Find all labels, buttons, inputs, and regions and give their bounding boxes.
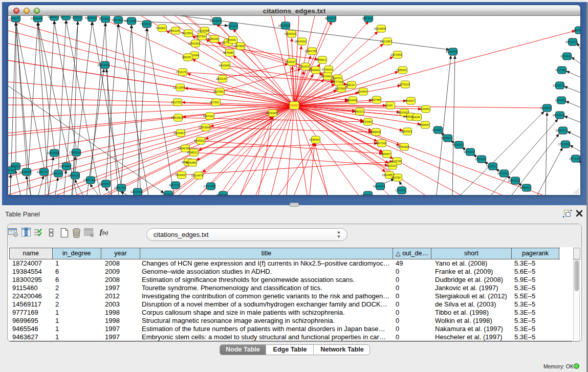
svg-text:20691406: 20691406	[30, 17, 42, 20]
svg-text:9115460: 9115460	[419, 107, 429, 111]
svg-text:1527602: 1527602	[99, 17, 109, 20]
svg-text:18907249: 18907249	[374, 142, 386, 145]
svg-text:9699695: 9699695	[419, 123, 429, 126]
svg-text:417006: 417006	[210, 101, 219, 104]
svg-text:7386322: 7386322	[353, 110, 363, 113]
svg-text:18724007: 18724007	[287, 104, 299, 107]
svg-text:12353594: 12353594	[198, 126, 210, 129]
svg-text:20053346: 20053346	[97, 63, 109, 67]
svg-text:19218506: 19218506	[278, 24, 290, 27]
svg-text:7955812: 7955812	[316, 58, 326, 61]
svg-text:10543362: 10543362	[188, 42, 200, 45]
svg-text:16033809: 16033809	[209, 19, 221, 23]
svg-text:8660128: 8660128	[169, 29, 179, 32]
svg-text:7357224: 7357224	[227, 25, 237, 28]
svg-text:6497508: 6497508	[335, 87, 345, 90]
svg-text:10046786: 10046786	[178, 147, 189, 150]
svg-text:18300295: 18300295	[265, 112, 277, 115]
svg-text:8878332: 8878332	[194, 139, 204, 142]
svg-text:10807487: 10807487	[369, 98, 381, 101]
svg-text:16154838: 16154838	[374, 27, 385, 30]
svg-text:9457771: 9457771	[169, 184, 179, 187]
svg-text:9427552: 9427552	[213, 90, 224, 93]
svg-text:9242848: 9242848	[219, 64, 229, 67]
svg-text:7625402: 7625402	[175, 173, 185, 177]
svg-text:7463822: 7463822	[156, 27, 166, 30]
svg-text:1821022: 1821022	[321, 75, 331, 78]
svg-text:1010755: 1010755	[171, 101, 181, 104]
svg-text:12213369: 12213369	[172, 86, 184, 89]
svg-text:154044: 154044	[411, 116, 420, 119]
svg-text:1292346: 1292346	[162, 193, 172, 195]
svg-text:8875685: 8875685	[223, 51, 233, 54]
svg-text:9684067: 9684067	[380, 152, 390, 156]
svg-text:10973493: 10973493	[390, 53, 402, 56]
svg-text:8813054: 8813054	[325, 17, 335, 20]
svg-text:16648784: 16648784	[445, 50, 457, 53]
svg-text:18640910: 18640910	[294, 40, 306, 43]
svg-text:154546: 154546	[227, 38, 235, 41]
svg-text:1733426: 1733426	[395, 189, 405, 192]
svg-text:7485063: 7485063	[396, 69, 406, 72]
svg-text:2935114: 2935114	[475, 158, 485, 161]
svg-text:10719185: 10719185	[124, 19, 136, 23]
svg-text:12156829: 12156829	[19, 170, 31, 173]
svg-text:17359924: 17359924	[69, 151, 80, 154]
svg-text:9329946: 9329946	[560, 55, 571, 58]
svg-text:16210643: 16210643	[552, 114, 564, 117]
svg-text:1167534: 1167534	[569, 157, 579, 160]
svg-text:10688609: 10688609	[368, 130, 380, 134]
svg-text:14325419: 14325419	[284, 32, 296, 35]
svg-text:852254: 852254	[391, 176, 400, 179]
svg-text:8912954: 8912954	[182, 32, 192, 35]
svg-text:12213967: 12213967	[380, 40, 391, 43]
svg-text:10958107: 10958107	[98, 182, 110, 185]
svg-text:989035: 989035	[182, 56, 190, 59]
svg-text:1938454: 1938454	[309, 138, 319, 141]
svg-text:6466160: 6466160	[112, 18, 122, 21]
svg-text:1322037: 1322037	[285, 60, 295, 63]
svg-text:111253: 111253	[574, 29, 580, 32]
svg-text:3915184: 3915184	[8, 169, 15, 172]
svg-text:5938923: 5938923	[441, 137, 451, 140]
svg-text:23226058: 23226058	[197, 29, 209, 32]
svg-text:1145191: 1145191	[52, 172, 62, 175]
svg-text:746216: 746216	[345, 83, 354, 86]
svg-text:8498222: 8498222	[187, 151, 198, 154]
svg-text:16961758: 16961758	[304, 50, 316, 53]
svg-text:2803144: 2803144	[216, 77, 226, 80]
svg-text:1136141: 1136141	[361, 193, 372, 195]
svg-text:1085532: 1085532	[48, 16, 58, 18]
svg-text:1362615: 1362615	[299, 65, 309, 68]
svg-text:1615132: 1615132	[386, 164, 396, 167]
svg-text:15692971: 15692971	[555, 129, 567, 132]
svg-text:8267110: 8267110	[203, 115, 213, 118]
svg-text:17957253: 17957253	[83, 179, 95, 182]
svg-text:15720407: 15720407	[360, 120, 372, 123]
svg-text:19166827: 19166827	[173, 132, 185, 135]
svg-text:9515440: 9515440	[216, 193, 227, 195]
svg-text:9474444: 9474444	[464, 150, 474, 154]
svg-text:9099489: 9099489	[186, 161, 196, 164]
svg-text:1990444: 1990444	[309, 69, 319, 72]
svg-text:144095: 144095	[432, 128, 441, 132]
svg-text:19777169: 19777169	[331, 80, 343, 83]
svg-text:19654925: 19654925	[170, 116, 182, 119]
svg-text:10854122: 10854122	[508, 179, 519, 182]
svg-text:1405572: 1405572	[9, 17, 19, 20]
svg-text:1244415: 1244415	[555, 99, 565, 102]
svg-text:9245652: 9245652	[520, 186, 530, 189]
svg-text:12093872: 12093872	[552, 84, 564, 87]
svg-text:10653267: 10653267	[84, 16, 96, 19]
svg-text:8186328: 8186328	[208, 37, 218, 40]
svg-text:10975887: 10975887	[59, 165, 71, 168]
svg-text:12505135: 12505135	[68, 174, 79, 177]
svg-text:9327506: 9327506	[195, 35, 206, 38]
svg-text:16914479: 16914479	[191, 174, 203, 177]
svg-text:20364436: 20364436	[345, 99, 357, 102]
svg-text:12042737: 12042737	[36, 170, 48, 173]
svg-text:7632621: 7632621	[486, 165, 496, 168]
svg-text:2887682: 2887682	[362, 17, 372, 20]
svg-text:13716485: 13716485	[203, 185, 215, 188]
svg-text:7515526: 7515526	[140, 23, 150, 26]
